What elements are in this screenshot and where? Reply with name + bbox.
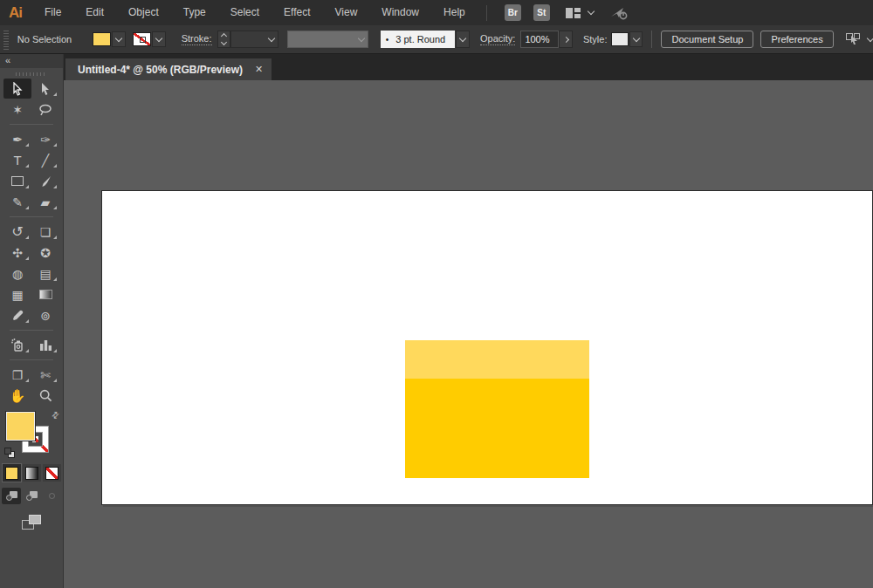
direct-selection-tool[interactable] [31,79,59,99]
opacity-input[interactable] [520,31,559,48]
width-tool-icon: ✣ [12,246,23,260]
stroke-weight-dropdown[interactable] [230,31,278,48]
stock-button[interactable]: St [533,4,550,21]
magic-wand-tool[interactable]: ✶ [3,99,31,120]
gpu-performance-icon[interactable] [609,5,629,21]
mesh-icon: ▦ [11,288,23,302]
lasso-tool[interactable] [31,99,59,120]
puppet-warp-tool[interactable]: ✪ [31,243,59,263]
divider [10,216,53,217]
yellow-rectangle-shape[interactable] [405,340,589,478]
canvas-area[interactable] [64,80,873,588]
pen-icon: ✒ [12,133,23,147]
gradient-button[interactable] [23,464,41,482]
magic-wand-icon: ✶ [12,103,23,117]
column-graph-tool[interactable] [31,335,59,355]
artboard[interactable] [101,190,873,505]
stroke-dropdown-button[interactable] [152,31,166,47]
fill-dropdown-button[interactable] [112,31,126,47]
menu-view[interactable]: View [323,0,370,25]
stroke-color-swatch[interactable] [133,32,151,46]
menu-type[interactable]: Type [171,0,218,25]
menu-effect[interactable]: Effect [272,0,322,25]
none-button[interactable] [43,464,61,482]
rotate-icon: ↺ [11,223,23,240]
style-swatch[interactable] [611,32,628,46]
document-setup-button[interactable]: Document Setup [661,31,753,48]
eyedropper-icon [11,310,24,322]
symbol-sprayer-tool[interactable] [3,335,31,355]
line-segment-tool[interactable]: ╱ [31,150,59,170]
align-options-icon[interactable] [846,33,861,45]
close-tab-icon[interactable]: ✕ [255,64,263,75]
none-chip-icon [45,467,58,480]
curvature-tool[interactable]: ✑ [31,129,59,149]
mesh-tool[interactable]: ▦ [3,284,31,304]
zoom-tool[interactable] [31,386,59,406]
gradient-tool[interactable] [31,284,59,304]
document-tab[interactable]: Untitled-4* @ 50% (RGB/Preview) ✕ [65,58,272,80]
menu-select[interactable]: Select [218,0,272,25]
artboard-icon: ❐ [12,368,24,382]
perspective-grid-tool[interactable]: ▤ [31,263,59,284]
type-tool[interactable]: T [3,150,31,170]
default-fill-stroke-icon[interactable] [4,448,15,458]
panel-grip[interactable] [16,72,47,76]
bridge-button[interactable]: Br [505,4,521,21]
opacity-arrow-button[interactable] [559,31,573,48]
slice-tool[interactable]: ✄ [31,365,59,385]
shape-bottom-band[interactable] [405,379,589,478]
color-chip-icon [5,467,18,480]
artboard-tool[interactable]: ❐ [3,365,31,385]
shaper-tool[interactable]: ✎ [3,192,31,212]
divider [651,31,652,48]
rectangle-icon [11,176,24,186]
slice-icon: ✄ [40,368,51,382]
stroke-weight-stepper[interactable] [217,31,231,48]
workspace-switcher-icon[interactable] [566,8,581,18]
change-screen-mode-button[interactable] [22,515,41,530]
symbol-sprayer-icon [11,338,24,352]
menu-window[interactable]: Window [369,0,431,25]
style-dropdown-button[interactable] [629,31,643,47]
brush-definition-chevron[interactable] [456,31,470,48]
stroke-panel-link[interactable]: Stroke: [182,33,212,45]
hand-tool[interactable]: ✋ [3,386,31,406]
chevron-down-icon[interactable] [867,34,873,41]
paintbrush-icon [39,175,52,188]
swap-fill-stroke-icon[interactable]: ⇄ [49,409,61,421]
shape-builder-tool[interactable]: ◍ [3,263,31,284]
eraser-tool[interactable]: ▰ [31,192,59,212]
collapse-panel-button[interactable]: « [0,54,63,68]
selection-tool[interactable] [3,79,31,99]
shape-top-band[interactable] [405,340,589,379]
opacity-panel-link[interactable]: Opacity: [480,33,515,45]
scale-tool[interactable]: ❏ [31,222,59,242]
chevron-down-icon[interactable] [587,8,594,15]
rectangle-tool[interactable] [3,171,31,191]
fill-proxy-swatch[interactable] [6,412,35,441]
menu-object[interactable]: Object [116,0,171,25]
color-button[interactable] [3,464,21,482]
blend-tool[interactable]: ⊚ [31,305,59,325]
panel-grip[interactable] [3,29,9,50]
paintbrush-tool[interactable] [31,171,59,191]
brush-definition-dropdown[interactable]: • 3 pt. Round [381,31,456,48]
zoom-icon [39,389,52,402]
puppet-warp-icon: ✪ [40,246,51,260]
gradient-icon [39,290,52,299]
menu-edit[interactable]: Edit [73,0,116,25]
width-tool[interactable]: ✣ [3,243,31,263]
menu-file[interactable]: File [32,0,73,25]
fill-color-swatch[interactable] [93,32,111,46]
draw-normal-button[interactable] [2,488,21,504]
type-icon: T [13,153,21,168]
draw-behind-button[interactable] [22,488,41,504]
preferences-button[interactable]: Preferences [760,31,833,48]
rotate-tool[interactable]: ↺ [3,222,31,242]
pen-tool[interactable]: ✒ [3,129,31,149]
eyedropper-tool[interactable] [3,305,31,325]
curvature-icon: ✑ [40,133,51,147]
style-label: Style: [583,34,608,44]
menu-help[interactable]: Help [431,0,478,25]
